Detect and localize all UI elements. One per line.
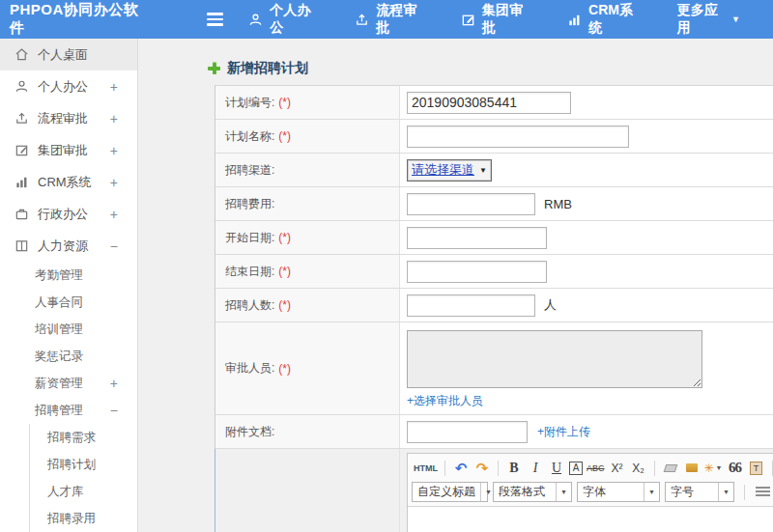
nav-item-group-approval[interactable]: 集团审批 xyxy=(461,2,534,37)
field-label: 计划编号: xyxy=(225,95,274,111)
autotypeset-button[interactable]: A xyxy=(569,462,583,475)
caret-down-icon: ▼ xyxy=(718,483,733,501)
nav-item-personal-office[interactable]: 个人办公 xyxy=(248,2,322,37)
sidebar-item-label: 人力资源 xyxy=(38,238,88,255)
hr-submenu: 考勤管理 人事合同 培训管理 奖惩记录 薪资管理+ 招聘管理− 招聘需求 招聘计… xyxy=(0,262,137,532)
sidebar-item-label: 个人办公 xyxy=(38,78,88,96)
caret-down-icon: ▼ xyxy=(556,483,571,501)
nav-item-process-approval[interactable]: 流程审批 xyxy=(355,2,428,37)
main-content: 新增招聘计划 计划编号:(*) 计划名称:(*) 招聘渠道: 请选择渠道 ▼ xyxy=(138,39,773,532)
sidebar-item-recruit-plan[interactable]: 招聘计划 xyxy=(30,451,137,478)
sidebar-item-talent-pool[interactable]: 人才库 xyxy=(30,478,137,505)
sidebar: 个人桌面 个人办公 + 流程审批 + 集团审批 + CRM系统 + 行政办公 + xyxy=(0,39,138,532)
custom-title-dropdown[interactable]: 自定义标题▼ xyxy=(412,482,488,502)
align-left-icon[interactable] xyxy=(756,487,770,497)
unit-suffix: 人 xyxy=(544,296,557,314)
expander-plus[interactable]: + xyxy=(110,111,118,126)
form-row: 计划名称:(*) xyxy=(215,120,773,154)
field-label: 招聘费用: xyxy=(225,196,274,212)
field-label: 附件文档: xyxy=(225,424,274,440)
field-label: 招聘渠道: xyxy=(225,162,274,179)
channel-select[interactable]: 请选择渠道 ▼ xyxy=(407,159,492,182)
editor-content-area[interactable] xyxy=(408,506,773,532)
sidebar-item-recruit-hire[interactable]: 招聘录用 xyxy=(30,505,137,532)
expander-plus[interactable]: + xyxy=(110,207,118,222)
plan-number-input[interactable] xyxy=(407,92,571,114)
headcount-input[interactable] xyxy=(407,294,535,317)
sidebar-item-personal-desktop[interactable]: 个人桌面 xyxy=(0,39,137,70)
nav-item-crm[interactable]: CRM系统 xyxy=(567,2,644,37)
form-row: 开始日期:(*) xyxy=(215,221,773,255)
blockquote-button[interactable]: 66 xyxy=(727,459,744,478)
sidebar-item-attendance[interactable]: 考勤管理 xyxy=(0,262,137,289)
expander-plus[interactable]: + xyxy=(110,376,118,391)
sidebar-item-personal-office[interactable]: 个人办公 + xyxy=(0,70,137,102)
sidebar-item-human-resources[interactable]: 人力资源 − xyxy=(0,230,137,262)
format-clear-icon[interactable] xyxy=(662,459,679,478)
sidebar-item-rewards[interactable]: 奖惩记录 xyxy=(0,343,137,370)
sidebar-item-label: 流程审批 xyxy=(38,110,88,127)
sidebar-item-label: 招聘计划 xyxy=(47,457,96,473)
sidebar-item-admin-office[interactable]: 行政办公 + xyxy=(0,198,137,230)
recruitment-submenu: 招聘需求 招聘计划 人才库 招聘录用 xyxy=(29,424,137,532)
select-approver-link[interactable]: +选择审批人员 xyxy=(407,393,483,409)
form-row: 附件文档: +附件上传 xyxy=(215,415,773,449)
approver-textarea[interactable] xyxy=(407,330,702,388)
paste-text-icon[interactable]: T xyxy=(748,459,765,478)
font-family-dropdown[interactable]: 字体▼ xyxy=(577,482,660,502)
plan-name-input[interactable] xyxy=(407,126,629,148)
form-row: 审批人员:(*) +选择审批人员 xyxy=(215,322,773,415)
expander-plus[interactable]: + xyxy=(110,175,118,190)
currency-suffix: RMB xyxy=(544,197,572,211)
expander-minus[interactable]: − xyxy=(110,403,118,418)
sidebar-item-recruitment[interactable]: 招聘管理− xyxy=(0,397,137,424)
sidebar-item-training[interactable]: 培训管理 xyxy=(0,316,137,343)
redo-icon[interactable]: ↷ xyxy=(473,459,491,478)
nav-item-more-apps[interactable]: 更多应用 ▼ xyxy=(677,2,740,37)
process-icon xyxy=(14,111,29,126)
add-plus-icon xyxy=(208,62,220,74)
auto-format-icon[interactable]: ✳▼ xyxy=(704,459,723,478)
sidebar-item-process-approval[interactable]: 流程审批 + xyxy=(0,102,137,134)
page-title: 新增招聘计划 xyxy=(138,39,773,83)
expander-minus[interactable]: − xyxy=(110,238,118,254)
required-marker: (*) xyxy=(278,129,291,143)
recruitment-plan-form: 计划编号:(*) 计划名称:(*) 招聘渠道: 请选择渠道 ▼ 招聘费用: RM… xyxy=(215,85,773,532)
expander-plus[interactable]: + xyxy=(110,143,118,158)
required-marker: (*) xyxy=(278,231,291,244)
sidebar-item-hr-contract[interactable]: 人事合同 xyxy=(0,289,137,316)
subscript-button[interactable]: X₂ xyxy=(630,459,647,478)
sidebar-item-group-approval[interactable]: 集团审批 + xyxy=(0,134,137,166)
superscript-button[interactable]: X² xyxy=(609,459,626,478)
html-source-button[interactable]: HTML xyxy=(414,459,438,478)
strikethrough-button[interactable]: ABC xyxy=(587,459,605,478)
sidebar-item-label: 薪资管理 xyxy=(35,376,83,392)
top-navbar: PHPOA协同办公软件 个人办公 流程审批 集团审批 CRM系统 更多应用 ▼ xyxy=(0,0,773,39)
bar-chart-icon xyxy=(14,175,29,189)
bold-button[interactable]: B xyxy=(505,459,523,478)
italic-button[interactable]: I xyxy=(527,459,544,478)
sidebar-item-recruit-demand[interactable]: 招聘需求 xyxy=(30,424,137,451)
undo-icon[interactable]: ↶ xyxy=(452,459,470,478)
sidebar-item-crm[interactable]: CRM系统 + xyxy=(0,166,137,198)
fee-input[interactable] xyxy=(407,193,535,215)
font-size-dropdown[interactable]: 字号▼ xyxy=(665,482,734,502)
caret-down-icon: ▼ xyxy=(731,14,740,24)
sidebar-item-label: 个人桌面 xyxy=(38,46,88,64)
attachment-upload-link[interactable]: +附件上传 xyxy=(537,424,590,440)
hamburger-menu-icon[interactable] xyxy=(207,10,223,29)
sidebar-item-label: 招聘需求 xyxy=(47,430,96,446)
sidebar-item-salary[interactable]: 薪资管理+ xyxy=(0,370,137,397)
attachment-input[interactable] xyxy=(407,421,528,443)
sidebar-item-label: 人事合同 xyxy=(35,294,83,311)
underline-button[interactable]: U xyxy=(548,459,565,478)
paragraph-format-dropdown[interactable]: 段落格式▼ xyxy=(493,482,572,502)
expander-plus[interactable]: + xyxy=(110,79,118,95)
format-painter-icon[interactable] xyxy=(683,459,701,478)
field-label: 开始日期: xyxy=(225,230,274,246)
start-date-input[interactable] xyxy=(407,227,547,249)
brand-logo: PHPOA协同办公软件 xyxy=(0,1,151,38)
end-date-input[interactable] xyxy=(407,261,547,283)
form-row: 招聘费用: RMB xyxy=(215,187,773,221)
user-icon xyxy=(14,79,29,94)
